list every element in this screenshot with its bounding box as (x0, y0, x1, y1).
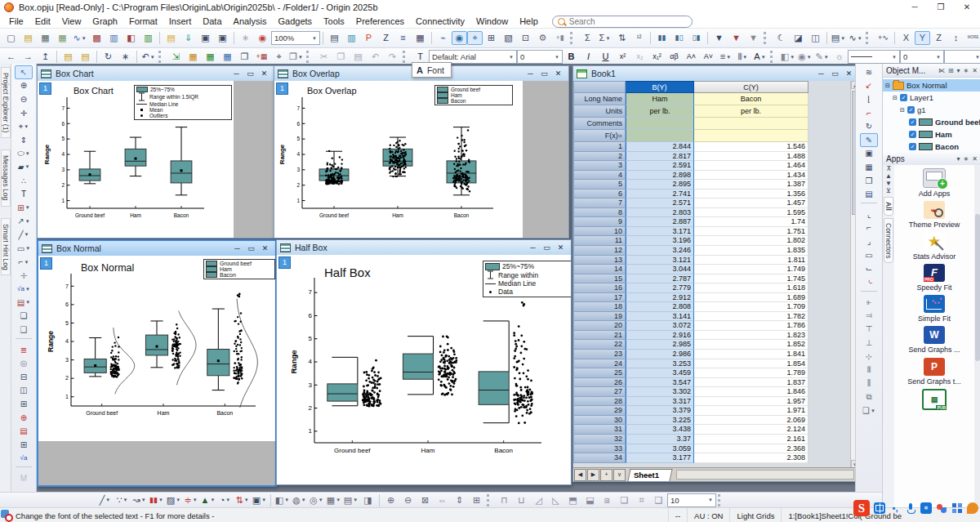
checkbox-checked-icon[interactable]: ✓ (900, 94, 907, 101)
cell-b[interactable]: 2.912 (626, 293, 694, 303)
bold-icon[interactable]: B (563, 50, 580, 64)
row-number[interactable]: 13 (573, 256, 626, 265)
menu-gadgets[interactable]: Gadgets (273, 16, 318, 26)
cell-c[interactable]: 1.854 (694, 359, 808, 369)
menu-data[interactable]: Data (197, 16, 227, 26)
zoom-in-tool-icon[interactable]: ⊕ (15, 79, 33, 93)
new-excel-icon[interactable]: ▦ (54, 31, 71, 45)
cell-b[interactable]: 2.571 (626, 199, 694, 208)
row-number[interactable]: 10 (573, 227, 626, 237)
rotate1-icon[interactable]: ⊓ (496, 493, 513, 507)
axis-red2-icon[interactable]: ⌐ (860, 106, 878, 120)
cell-b[interactable]: 2.887 (626, 217, 694, 227)
cell-b[interactable]: Ham (626, 93, 694, 105)
layer-badge[interactable]: 1 (40, 257, 52, 270)
undo2-icon[interactable]: ↶ (367, 50, 384, 64)
dock-tab-0[interactable]: Project Explorer (1) (1, 67, 11, 138)
cluster-tool-icon[interactable]: ∴ (15, 174, 33, 188)
minimize-button[interactable]: ─ (902, 0, 928, 15)
zoom-pan-icon[interactable]: ⌖ (467, 31, 483, 45)
close-button[interactable]: ✕ (258, 244, 272, 252)
expand-v-icon[interactable]: ⇕ (451, 493, 468, 507)
row-number[interactable]: 1 (573, 142, 626, 152)
apps-pin-icon[interactable]: ∗ (964, 155, 969, 163)
row-number[interactable]: 26 (573, 378, 626, 388)
cell-b[interactable]: 2.986 (626, 350, 694, 359)
close-button[interactable]: ✕ (954, 0, 980, 15)
sort-icon[interactable]: ⇅ (613, 31, 630, 45)
cell-b[interactable]: 2.787 (626, 274, 694, 284)
cell-b[interactable]: 3.37 (626, 435, 694, 444)
maximize-button[interactable]: ▭ (828, 69, 842, 78)
text-tool-icon[interactable]: T (15, 187, 33, 201)
paste-icon[interactable]: ▤ (350, 50, 367, 64)
font-larger-icon[interactable]: A˄ (683, 50, 700, 64)
toolbar-grip[interactable] (487, 494, 494, 506)
menu-format[interactable]: Format (123, 16, 163, 26)
menu-analysis[interactable]: Analysis (228, 16, 273, 26)
row-number[interactable]: 11 (573, 236, 626, 246)
filter-reapply-icon[interactable]: ▼ (745, 31, 762, 45)
persp1-icon[interactable]: ⬒ (564, 493, 581, 507)
copy-page-icon[interactable]: ❐▼ (287, 50, 305, 64)
subscript-icon[interactable]: x₂ (631, 50, 648, 64)
redo-icon[interactable]: ↷ (384, 50, 401, 64)
frame-box-icon[interactable]: ▭ (860, 248, 878, 262)
cell-c[interactable]: 1.823 (694, 331, 808, 341)
grid-tool-icon[interactable]: ⊞ (15, 438, 33, 452)
worksheet-grid[interactable]: B(Y)C(Y)Long NameHamBaconUnitsper lb.per… (573, 81, 808, 463)
panel-tool-icon[interactable]: ◫ (15, 384, 33, 398)
frame3d-icon[interactable]: ⧈ (599, 493, 616, 507)
row-number[interactable]: 9 (573, 217, 626, 227)
slideshow-icon[interactable]: ◉ (254, 31, 271, 45)
reader-tool-icon[interactable]: ⌖▼ (15, 119, 33, 133)
toolbar-grip[interactable] (770, 51, 777, 63)
toolbar-grip[interactable] (306, 51, 314, 63)
maximize-button[interactable]: ▭ (243, 69, 257, 78)
rotate2-icon[interactable]: ⊔ (513, 493, 530, 507)
om-layer[interactable]: ⊟✓Layer1 (883, 91, 980, 104)
apps-bottom-icon[interactable]: ⊻ (886, 187, 891, 194)
merge-graph-icon[interactable]: ▦ (412, 31, 429, 45)
style-tool-icon[interactable]: ✎ (860, 133, 878, 147)
worksheet-icon[interactable]: ⊞ (483, 31, 500, 45)
plot-pie-icon[interactable]: ◍▼ (291, 493, 308, 507)
cell-c[interactable]: 1.841 (694, 350, 808, 359)
row-number[interactable]: 27 (573, 387, 626, 397)
cell-b[interactable]: 3.459 (626, 368, 694, 378)
row-number[interactable]: 4 (573, 171, 626, 181)
axis-frame1-icon[interactable]: ⌊ (860, 92, 878, 106)
sheet-prev-icon[interactable]: ◀ (574, 469, 586, 481)
row-number[interactable]: 12 (573, 246, 626, 256)
stats-chart2-icon[interactable]: ▮▯ (670, 31, 688, 45)
cell-b[interactable]: 3.317 (626, 397, 694, 407)
cell-b[interactable]: 3.044 (626, 265, 694, 274)
app-item[interactable]: FSpeedy Fit (897, 264, 972, 292)
cursor-tool-icon[interactable]: ⇕ (15, 133, 33, 147)
plot-contour-icon[interactable]: ◎▼ (308, 493, 325, 507)
highlight-color-icon[interactable]: ◉▼ (796, 50, 813, 64)
maximize-button[interactable]: ▭ (244, 244, 258, 252)
cell-b[interactable]: 2.591 (626, 161, 694, 171)
align-center-icon[interactable]: ⊹ (860, 350, 878, 364)
cell-b[interactable]: 2.779 (626, 283, 694, 293)
cascade-windows-icon[interactable]: ❐ (860, 174, 878, 188)
align-bottom-icon[interactable]: ⊥ (860, 336, 878, 350)
sogou-input-icon[interactable]: S (853, 500, 870, 516)
close-button[interactable]: ✕ (842, 69, 855, 78)
formula-tool-icon[interactable]: √a (15, 452, 33, 466)
import-excel-icon[interactable]: ▦ (185, 50, 202, 64)
cell-c[interactable]: 1.835 (694, 246, 808, 256)
cell-b[interactable]: 3.196 (626, 236, 694, 246)
cell-b[interactable]: 2.844 (626, 142, 694, 152)
menu-preferences[interactable]: Preferences (350, 16, 410, 26)
om-menu-icon[interactable]: ▾ (957, 67, 960, 74)
region-select-icon[interactable]: ⬭▼ (15, 147, 33, 161)
brightness-icon[interactable]: ☼ (831, 50, 848, 64)
font-size-combo[interactable]: 0▼ (517, 50, 563, 64)
vertical-scrollbar[interactable]: ▲ ▼ (850, 81, 855, 468)
sheet-tab[interactable]: Sheet1 (627, 469, 672, 481)
graph-window-titlebar[interactable]: Box Normal ─▭✕ (38, 241, 275, 257)
undo-icon[interactable]: ↶▼ (140, 50, 157, 64)
cell-c[interactable]: 1.802 (694, 236, 808, 246)
